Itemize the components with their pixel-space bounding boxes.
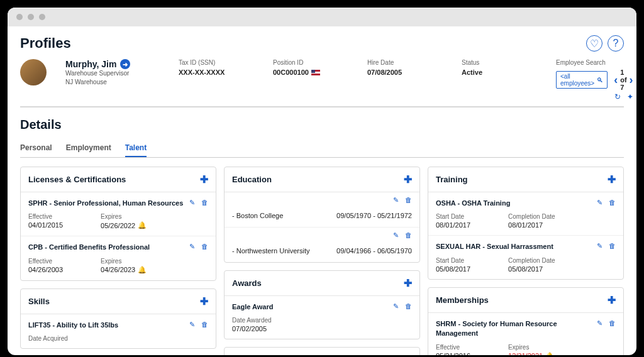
delete-icon[interactable]: 🗑 xyxy=(609,242,616,250)
employee-block: Murphy, Jim ➜ Warehouse Supervisor NJ Wa… xyxy=(65,59,160,87)
status-col: Status Active xyxy=(462,59,537,76)
license-title: SPHR - Senior Professional, Human Resour… xyxy=(28,199,183,208)
tab-employment[interactable]: Employment xyxy=(66,140,111,157)
languages-add-button[interactable]: ✚ xyxy=(404,354,412,355)
us-flag-icon xyxy=(311,70,320,75)
edit-icon[interactable]: ✎ xyxy=(189,243,195,251)
edit-icon[interactable]: ✎ xyxy=(393,196,399,204)
employee-search-area: Employee Search <all employees> 🔍︎ ‹ 1 o… xyxy=(556,59,633,101)
hire-date-col: Hire Date 07/08/2005 xyxy=(367,59,443,76)
skill-entry: LIFT35 - Ability to Lift 35lbs ✎🗑 Date A… xyxy=(21,314,216,348)
help-button[interactable]: ? xyxy=(608,35,624,52)
delete-icon[interactable]: 🗑 xyxy=(201,321,208,329)
languages-card: Languages ✚ xyxy=(224,347,420,355)
avatar[interactable] xyxy=(20,59,47,85)
edit-icon[interactable]: ✎ xyxy=(597,319,602,327)
hire-date-value: 07/08/2005 xyxy=(367,69,443,76)
edit-icon[interactable]: ✎ xyxy=(189,199,195,207)
licenses-card: Licenses & Certifications ✚ SPHR - Senio… xyxy=(20,167,216,281)
status-label: Status xyxy=(462,59,537,66)
employee-open-icon[interactable]: ➜ xyxy=(120,59,130,69)
profile-bar: Murphy, Jim ➜ Warehouse Supervisor NJ Wa… xyxy=(20,52,624,107)
employee-search-placeholder: <all employees> xyxy=(560,73,594,87)
membership-title: SHRM - Society for Human Resource Manage… xyxy=(436,319,592,339)
membership-entry: SHRM - Society for Human Resource Manage… xyxy=(428,313,623,355)
edit-icon[interactable]: ✎ xyxy=(597,199,602,207)
traffic-light-min[interactable] xyxy=(28,14,34,20)
pager: ‹ 1 of 7 › xyxy=(614,69,633,91)
traffic-light-close[interactable] xyxy=(16,14,23,20)
awards-card: Awards ✚ Eagle Award ✎🗑 Date Awarded07/0… xyxy=(224,270,420,339)
award-entry: Eagle Award ✎🗑 Date Awarded07/02/2005 xyxy=(225,296,419,339)
training-add-button[interactable]: ✚ xyxy=(608,173,616,185)
pager-prev[interactable]: ‹ xyxy=(614,74,618,87)
bell-icon: 🔔 xyxy=(138,221,147,229)
chrome-bar xyxy=(8,8,636,26)
position-id-col: Position ID 00C000100 xyxy=(273,59,348,76)
education-entry: - Boston College 09/05/1970 - 05/21/1972 xyxy=(225,204,419,228)
license-entry: CPB - Certified Benefits Professional ✎🗑… xyxy=(21,236,216,280)
education-title: Education xyxy=(232,175,272,184)
skill-title: LIFT35 - Ability to Lift 35lbs xyxy=(28,321,118,330)
tab-talent[interactable]: Talent xyxy=(125,140,147,157)
page-title: Profiles xyxy=(20,35,71,52)
add-icon[interactable]: ✦ xyxy=(627,92,633,101)
position-id-value: 00C000100 xyxy=(273,69,348,76)
delete-icon[interactable]: 🗑 xyxy=(609,319,616,327)
memberships-card: Memberships ✚ SHRM - Society for Human R… xyxy=(428,287,624,355)
license-title: CPB - Certified Benefits Professional xyxy=(28,243,150,252)
employee-search-box[interactable]: <all employees> 🔍︎ xyxy=(556,71,608,89)
education-add-button[interactable]: ✚ xyxy=(404,173,412,185)
award-title: Eagle Award xyxy=(232,302,273,312)
bell-icon: 🔔 xyxy=(545,352,554,355)
bell-icon: 🔔 xyxy=(138,266,147,274)
training-item-title: OSHA - OSHA Training xyxy=(436,199,510,208)
tab-personal[interactable]: Personal xyxy=(20,140,52,157)
status-value: Active xyxy=(462,69,537,76)
employee-location: NJ Warehouse xyxy=(65,78,160,87)
licenses-title: Licenses & Certifications xyxy=(28,175,126,184)
skills-add-button[interactable]: ✚ xyxy=(200,295,208,307)
tax-id-value: XXX-XX-XXXX xyxy=(179,69,254,76)
awards-add-button[interactable]: ✚ xyxy=(404,277,412,289)
delete-icon[interactable]: 🗑 xyxy=(609,199,616,207)
edit-icon[interactable]: ✎ xyxy=(597,242,602,250)
favorite-button[interactable]: ♡ xyxy=(586,35,602,52)
app: Profiles ♡ ? Murphy, Jim ➜ Warehouse Sup… xyxy=(8,26,636,355)
browser-frame: Profiles ♡ ? Murphy, Jim ➜ Warehouse Sup… xyxy=(8,8,636,355)
edit-icon[interactable]: ✎ xyxy=(393,231,399,239)
memberships-title: Memberships xyxy=(436,295,489,305)
delete-icon[interactable]: 🗑 xyxy=(405,196,412,204)
delete-icon[interactable]: 🗑 xyxy=(201,199,208,207)
help-icon: ? xyxy=(613,38,619,49)
refresh-icon[interactable]: ↻ xyxy=(614,92,621,101)
training-entry: OSHA - OSHA Training ✎🗑 Start Date08/01/… xyxy=(428,192,623,236)
awards-title: Awards xyxy=(232,278,262,288)
heart-icon: ♡ xyxy=(590,38,599,50)
delete-icon[interactable]: 🗑 xyxy=(405,302,412,310)
edit-icon[interactable]: ✎ xyxy=(393,302,399,310)
license-entry: SPHR - Senior Professional, Human Resour… xyxy=(21,192,216,236)
edit-icon[interactable]: ✎ xyxy=(189,321,195,329)
skills-card: Skills ✚ LIFT35 - Ability to Lift 35lbs … xyxy=(20,288,216,349)
skills-title: Skills xyxy=(28,297,50,306)
pager-text: 1 of 7 xyxy=(620,69,626,91)
training-entry: SEXUAL HAR - Sexual Harrassment ✎🗑 Start… xyxy=(428,236,623,278)
licenses-add-button[interactable]: ✚ xyxy=(200,173,208,185)
tabs: Personal Employment Talent xyxy=(20,140,624,158)
training-item-title: SEXUAL HAR - Sexual Harrassment xyxy=(436,242,553,251)
employee-role: Warehouse Supervisor xyxy=(65,69,160,78)
tax-id-col: Tax ID (SSN) XXX-XX-XXXX xyxy=(179,59,254,76)
position-id-label: Position ID xyxy=(273,59,348,66)
pager-next[interactable]: › xyxy=(630,74,633,87)
delete-icon[interactable]: 🗑 xyxy=(405,231,412,239)
delete-icon[interactable]: 🗑 xyxy=(201,243,208,251)
employee-name: Murphy, Jim xyxy=(65,59,116,69)
content-grid: Licenses & Certifications ✚ SPHR - Senio… xyxy=(20,167,624,355)
search-icon: 🔍︎ xyxy=(597,77,603,84)
education-entry: - Northwestern University 09/04/1966 - 0… xyxy=(225,239,419,262)
traffic-light-max[interactable] xyxy=(39,14,45,20)
education-card: Education ✚ ✎🗑 - Boston College 09/05/19… xyxy=(224,167,420,263)
memberships-add-button[interactable]: ✚ xyxy=(608,294,616,306)
employee-search-label: Employee Search xyxy=(556,59,606,66)
